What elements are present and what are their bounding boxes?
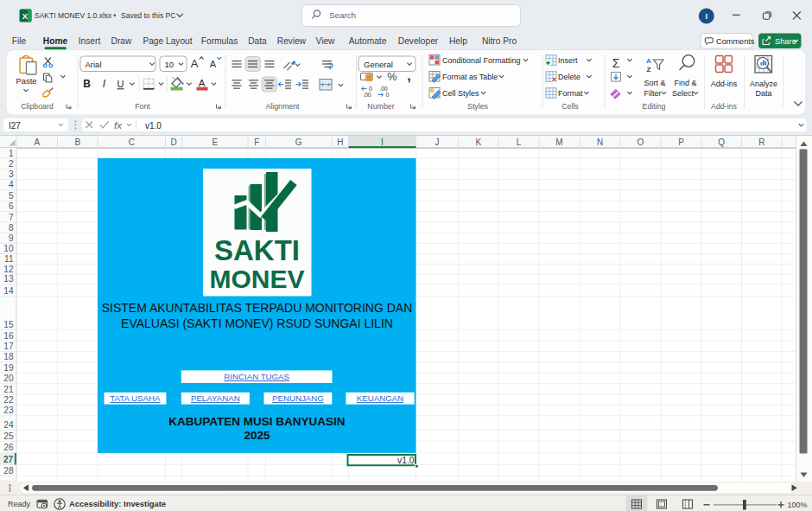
svg-text:Styles: Styles (467, 102, 489, 111)
svg-text:U: U (117, 79, 124, 89)
svg-text:Editing: Editing (643, 102, 666, 111)
svg-text:M: M (555, 137, 562, 147)
svg-text:2025: 2025 (244, 429, 270, 442)
svg-text:14: 14 (3, 286, 14, 296)
svg-text:Page Layout: Page Layout (143, 36, 192, 46)
svg-text:v1.0: v1.0 (397, 456, 415, 465)
svg-text:K: K (475, 137, 481, 147)
svg-text:8: 8 (9, 223, 14, 233)
svg-text:G: G (295, 137, 302, 147)
svg-text:Search: Search (329, 10, 356, 20)
svg-text:Cell Styles: Cell Styles (442, 89, 479, 98)
svg-text:KEUANGAN: KEUANGAN (357, 393, 403, 403)
svg-text:16: 16 (3, 331, 14, 341)
svg-text:17: 17 (3, 342, 14, 351)
svg-text:O: O (638, 137, 644, 147)
svg-text:24: 24 (3, 420, 14, 430)
svg-text:B: B (83, 78, 91, 90)
svg-text:Font: Font (135, 102, 150, 111)
svg-text:Filter: Filter (644, 89, 662, 98)
svg-text:PELAYANAN: PELAYANAN (191, 393, 240, 403)
svg-text:X: X (22, 11, 29, 21)
svg-text:Q: Q (718, 137, 725, 147)
svg-text:1: 1 (9, 149, 14, 158)
svg-text:20: 20 (3, 374, 14, 383)
svg-text:fx: fx (114, 120, 123, 131)
svg-text:Help: Help (449, 36, 467, 46)
svg-text:PENUNJANG: PENUNJANG (272, 393, 324, 403)
svg-text:EVALUASI (SAKTI MONEV) RSUD SU: EVALUASI (SAKTI MONEV) RSUD SUNGAI LILIN (121, 316, 393, 330)
svg-text:,: , (407, 68, 410, 83)
svg-text:%: % (387, 71, 396, 83)
svg-text:v1.0: v1.0 (145, 121, 162, 131)
svg-text:Delete: Delete (558, 73, 580, 81)
svg-text:Format: Format (558, 89, 583, 98)
svg-text:Developer: Developer (398, 36, 439, 46)
svg-text:D: D (170, 137, 176, 147)
svg-text:Data: Data (755, 89, 771, 98)
svg-text:22: 22 (3, 395, 14, 405)
svg-text:N: N (597, 137, 603, 147)
svg-text:100%: 100% (787, 501, 807, 509)
svg-text:A: A (191, 57, 199, 70)
svg-text:Sort &: Sort & (644, 79, 665, 87)
svg-text:View: View (316, 36, 336, 46)
svg-text:Find &: Find & (674, 79, 696, 87)
svg-text:J: J (435, 137, 440, 147)
svg-text:Format as Table: Format as Table (442, 73, 498, 81)
svg-text:10: 10 (3, 244, 14, 253)
svg-text:2: 2 (9, 159, 14, 169)
svg-text:SAKTI: SAKTI (214, 234, 300, 266)
svg-text:Conditional Formatting: Conditional Formatting (442, 56, 521, 65)
svg-text:SISTEM AKUNTABILITAS TERPADU M: SISTEM AKUNTABILITAS TERPADU MONITORING … (102, 301, 413, 315)
svg-text:KABUPATEN MUSI BANYUASIN: KABUPATEN MUSI BANYUASIN (168, 415, 345, 428)
svg-text:I: I (705, 11, 707, 21)
svg-text:Review: Review (277, 36, 307, 46)
svg-text:A: A (646, 57, 651, 65)
svg-text:I27: I27 (9, 121, 21, 131)
svg-text:Add-ins: Add-ins (711, 102, 737, 111)
svg-text:4: 4 (9, 180, 14, 189)
svg-text:0: 0 (369, 86, 372, 92)
svg-text:L: L (517, 137, 522, 147)
svg-text:SAKTI MONEV 1.0.xlsx: SAKTI MONEV 1.0.xlsx (35, 11, 112, 20)
svg-text:7: 7 (9, 213, 14, 222)
svg-text:25: 25 (3, 431, 14, 441)
svg-text:5: 5 (9, 191, 14, 201)
svg-text:3: 3 (9, 169, 14, 179)
svg-text:11: 11 (4, 254, 14, 264)
svg-text:Data: Data (248, 36, 267, 46)
svg-text:12: 12 (3, 265, 14, 274)
svg-text:Share: Share (775, 37, 796, 46)
svg-text:General: General (364, 60, 393, 69)
svg-text:B: B (74, 137, 80, 147)
svg-text:F: F (254, 137, 259, 147)
svg-text:Comments: Comments (716, 37, 755, 46)
svg-text:Ready: Ready (8, 500, 31, 508)
svg-text:R: R (758, 137, 764, 147)
svg-text:18: 18 (3, 352, 14, 361)
svg-text:A: A (210, 59, 217, 69)
svg-text:Nitro Pro: Nitro Pro (482, 36, 517, 46)
svg-text:.00: .00 (379, 86, 388, 92)
svg-text:Insert: Insert (79, 36, 101, 46)
svg-text:.00: .00 (363, 92, 371, 98)
svg-text:MONEV: MONEV (209, 265, 304, 293)
svg-text:TATA USAHA: TATA USAHA (110, 393, 161, 403)
svg-text:Automate: Automate (349, 36, 387, 46)
svg-text:Arial: Arial (86, 60, 102, 69)
svg-text:26: 26 (3, 443, 14, 452)
svg-text:Add-ins: Add-ins (711, 80, 738, 88)
svg-text:10: 10 (165, 60, 174, 69)
svg-text:21: 21 (3, 385, 14, 394)
svg-text:P: P (678, 137, 684, 147)
svg-text:19: 19 (3, 363, 14, 373)
svg-text:E: E (212, 137, 218, 147)
svg-text:27: 27 (3, 455, 14, 464)
svg-text:I: I (381, 137, 384, 147)
svg-text:Accessibility: Investigate: Accessibility: Investigate (69, 499, 166, 508)
svg-text:Paste: Paste (16, 77, 37, 86)
svg-text:Cells: Cells (561, 102, 579, 111)
svg-text:6: 6 (9, 201, 14, 211)
svg-text:0: 0 (386, 92, 390, 98)
